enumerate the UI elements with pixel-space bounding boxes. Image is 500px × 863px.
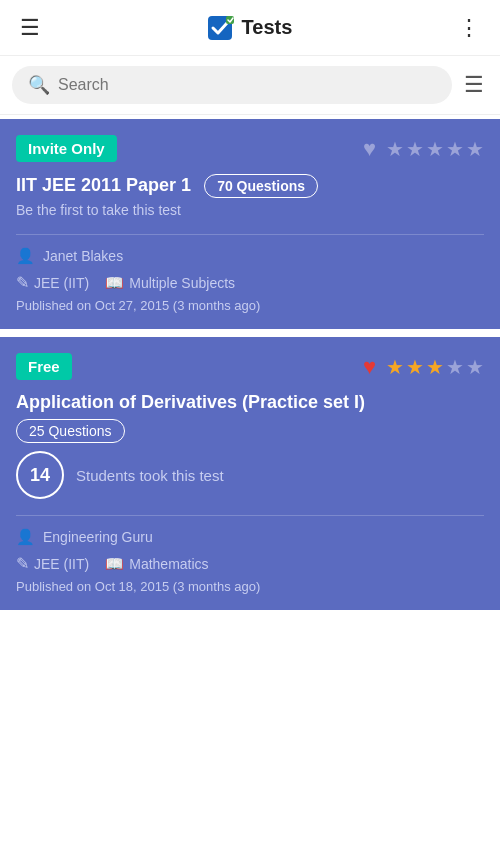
star-2-4: ★: [446, 355, 464, 379]
card-title-1: IIT JEE 2011 Paper 1 70 Questions: [16, 174, 484, 198]
questions-badge-2: 25 Questions: [16, 419, 125, 443]
person-icon-2: [16, 528, 35, 546]
questions-badge-1: 70 Questions: [204, 174, 318, 198]
app-title: Tests: [242, 16, 293, 39]
test-card-2: Free ♥ ★ ★ ★ ★ ★ Application of Derivati…: [0, 337, 500, 610]
invite-badge: Invite Only: [16, 135, 117, 162]
card-title-2: Application of Derivatives (Practice set…: [16, 392, 484, 413]
search-bar: 🔍 ☰: [0, 56, 500, 115]
header-title: Tests: [206, 14, 293, 42]
tag-subject-label-1: Multiple Subjects: [129, 275, 235, 291]
filter-icon[interactable]: ☰: [460, 68, 488, 102]
test-card-1: Invite Only ♥ ★ ★ ★ ★ ★ IIT JEE 2011 Pap…: [0, 119, 500, 329]
card-subtitle-1: Be the first to take this test: [16, 202, 484, 218]
heart-icon-1[interactable]: ♥: [363, 136, 376, 162]
tag-exam-label-2: JEE (IIT): [34, 556, 89, 572]
star-4: ★: [446, 137, 464, 161]
published-row-1: Published on Oct 27, 2015 (3 months ago): [16, 298, 484, 313]
tags-row-2: JEE (IIT) Mathematics: [16, 554, 484, 573]
search-input[interactable]: [58, 76, 436, 94]
star-1: ★: [386, 137, 404, 161]
tag-exam-1: JEE (IIT): [16, 273, 89, 292]
star-2-3: ★: [426, 355, 444, 379]
book-icon-2: [105, 555, 124, 573]
students-text: Students took this test: [76, 467, 224, 484]
search-input-wrapper[interactable]: 🔍: [12, 66, 452, 104]
stars-row-2: ★ ★ ★ ★ ★: [386, 355, 484, 379]
author-row-2: Engineering Guru: [16, 528, 484, 546]
tag-exam-label-1: JEE (IIT): [34, 275, 89, 291]
search-icon: 🔍: [28, 74, 50, 96]
hamburger-icon[interactable]: ☰: [16, 11, 44, 45]
students-row-2: 14 Students took this test: [16, 451, 484, 499]
app-header: ☰ Tests ⋮: [0, 0, 500, 56]
author-row-1: Janet Blakes: [16, 247, 484, 265]
published-row-2: Published on Oct 18, 2015 (3 months ago): [16, 579, 484, 594]
student-count-circle: 14: [16, 451, 64, 499]
card-actions-2: ♥ ★ ★ ★ ★ ★: [363, 354, 484, 380]
stars-row-1: ★ ★ ★ ★ ★: [386, 137, 484, 161]
svg-rect-1: [226, 16, 234, 24]
star-2-1: ★: [386, 355, 404, 379]
free-badge: Free: [16, 353, 72, 380]
card-top-row-2: Free ♥ ★ ★ ★ ★ ★: [16, 353, 484, 380]
edit-icon-1: [16, 273, 29, 292]
tag-subject-1: Multiple Subjects: [105, 274, 235, 292]
card-meta-2: Engineering Guru JEE (IIT) Mathematics P…: [16, 515, 484, 594]
author-name-1: Janet Blakes: [43, 248, 123, 264]
tags-row-1: JEE (IIT) Multiple Subjects: [16, 273, 484, 292]
star-2: ★: [406, 137, 424, 161]
tag-exam-2: JEE (IIT): [16, 554, 89, 573]
star-3: ★: [426, 137, 444, 161]
star-2-5: ★: [466, 355, 484, 379]
heart-icon-2[interactable]: ♥: [363, 354, 376, 380]
star-5: ★: [466, 137, 484, 161]
card-actions-1: ♥ ★ ★ ★ ★ ★: [363, 136, 484, 162]
book-icon-1: [105, 274, 124, 292]
app-logo-icon: [206, 14, 234, 42]
edit-icon-2: [16, 554, 29, 573]
person-icon-1: [16, 247, 35, 265]
card-top-row-1: Invite Only ♥ ★ ★ ★ ★ ★: [16, 135, 484, 162]
tag-subject-2: Mathematics: [105, 555, 208, 573]
star-2-2: ★: [406, 355, 424, 379]
tag-subject-label-2: Mathematics: [129, 556, 208, 572]
questions-wrapper-2: 25 Questions: [16, 419, 484, 443]
card-meta-1: Janet Blakes JEE (IIT) Multiple Subjects…: [16, 234, 484, 313]
more-icon[interactable]: ⋮: [454, 11, 484, 45]
author-name-2: Engineering Guru: [43, 529, 153, 545]
